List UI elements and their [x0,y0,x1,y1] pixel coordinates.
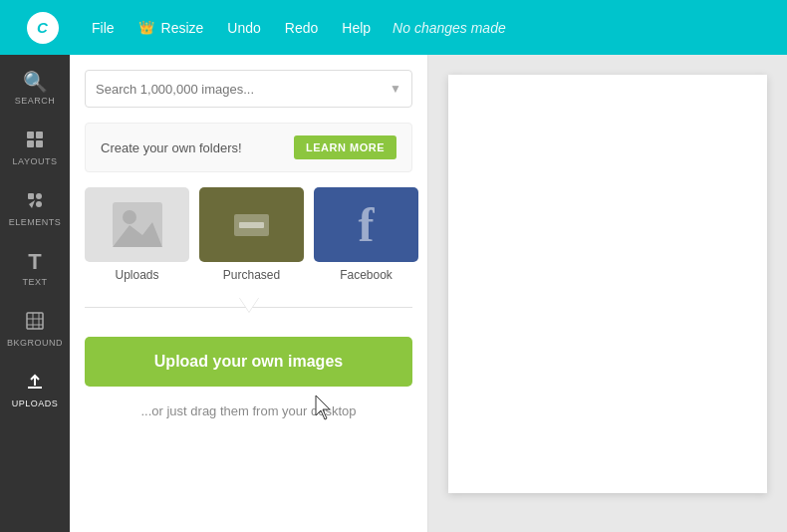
text-icon: T [28,251,41,273]
uploads-icon [25,372,45,395]
uploads-thumb [85,187,189,262]
search-dropdown-icon[interactable]: ▼ [390,82,401,96]
svg-rect-1 [36,132,43,138]
svg-point-16 [123,210,136,224]
svg-rect-3 [36,140,43,147]
nav-resize[interactable]: 👑 Resize [127,12,216,44]
svg-rect-8 [27,313,43,329]
bkground-icon [25,311,45,334]
sidebar-label-layouts: LAYOUTS [13,156,58,166]
sidebar-label-text: TEXT [22,277,47,287]
sidebar-item-layouts[interactable]: LAYOUTS [0,118,70,178]
facebook-thumb: f [314,187,418,262]
sidebar-label-search: SEARCH [15,96,56,106]
search-input[interactable] [96,82,390,97]
nav-file[interactable]: File [80,12,127,44]
svg-marker-6 [29,200,35,208]
sidebar-item-search[interactable]: 🔍 SEARCH [0,60,70,118]
facebook-icon: f [359,201,375,249]
svg-rect-7 [36,201,42,207]
sidebar: 🔍 SEARCH LAYOUTS ELEMENTS T TEXT [0,55,70,532]
sidebar-item-uploads[interactable]: UPLOADS [0,360,70,420]
upload-button[interactable]: Upload your own images [85,337,412,387]
sidebar-label-elements: ELEMENTS [9,217,62,227]
divider-triangle [239,297,259,312]
sidebar-item-elements[interactable]: ELEMENTS [0,178,70,239]
source-facebook[interactable]: f Facebook [314,187,418,282]
elements-icon [25,190,45,213]
main-panel: ▼ Create your own folders! LEARN MORE Up… [70,55,428,532]
sidebar-item-text[interactable]: T TEXT [0,239,70,299]
nav-status: No changes made [393,20,506,36]
divider [85,297,412,317]
search-bar[interactable]: ▼ [85,70,412,108]
source-purchased[interactable]: Purchased [199,187,304,282]
canvas-area [428,55,787,532]
sidebar-label-uploads: UPLOADS [12,399,59,408]
layouts-icon [25,130,45,152]
nav-help[interactable]: Help [330,12,383,44]
sidebar-item-bkground[interactable]: BKGROUND [0,299,70,360]
navbar: C File 👑 Resize Undo Redo Help No change… [0,0,787,55]
nav-undo[interactable]: Undo [215,12,272,44]
search-icon: 🔍 [23,72,48,92]
image-sources-grid: Uploads Purchased f Facebook [85,187,412,282]
purchased-label: Purchased [223,268,280,282]
svg-rect-0 [27,132,34,138]
nav-redo[interactable]: Redo [273,12,330,44]
facebook-label: Facebook [340,268,393,282]
purchased-thumb [199,187,304,262]
svg-rect-4 [28,193,34,199]
source-uploads[interactable]: Uploads [85,187,189,282]
svg-point-5 [36,193,42,199]
svg-rect-2 [27,140,34,147]
folders-banner: Create your own folders! LEARN MORE [85,123,412,172]
learn-more-button[interactable]: LEARN MORE [294,135,396,159]
drag-text: ...or just drag them from your desktop [85,401,412,421]
banner-text: Create your own folders! [101,140,242,155]
sidebar-label-bkground: BKGROUND [7,338,63,348]
canva-logo[interactable]: C [15,10,70,45]
uploads-label: Uploads [115,268,158,282]
canvas-page[interactable] [448,75,767,493]
